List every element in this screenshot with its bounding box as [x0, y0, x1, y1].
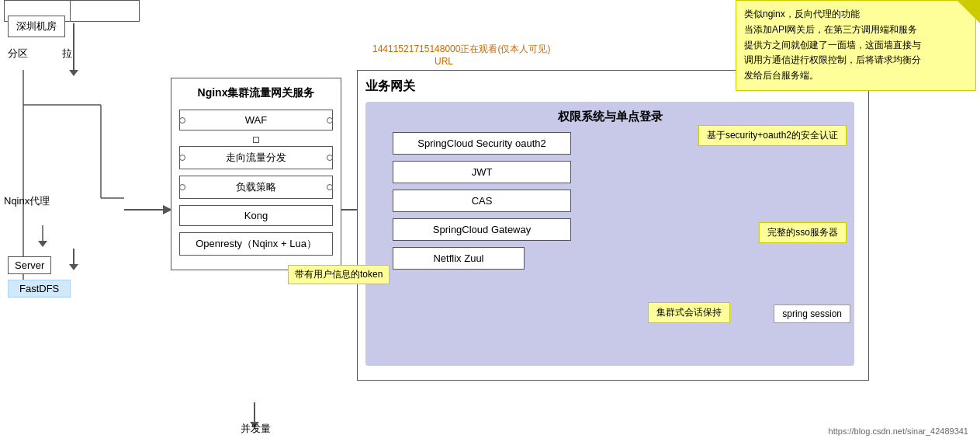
nginx-proxy-label: Nqinx代理: [4, 194, 50, 208]
description-box: 类似nginx，反向代理的功能当添加API网关后，在第三方调用端和服务提供方之间…: [736, 0, 976, 91]
main-container: 深圳机房 分区 拉 Nqinx代理 Server FastDFS Nginx集群…: [0, 0, 980, 442]
concurrency-label: 并发量: [241, 422, 271, 436]
nginx-item-load: 负载策略: [179, 176, 333, 199]
dot-left-waf: [179, 117, 185, 124]
nginx-title: Nginx集群流量网关服务: [179, 86, 333, 100]
auth-item-spring-security: SpringCloud Security oauth2: [393, 132, 571, 155]
auth-section: 权限系统与单点登录 SpringCloud Security oauth2 JW…: [365, 102, 854, 366]
la-label: 拉: [62, 47, 72, 61]
auth-item-gateway: SpringCloud Gateway: [393, 218, 571, 241]
dot-left-traffic: [179, 155, 185, 161]
nginx-item-kong: Kong: [179, 205, 333, 226]
dot-left-load: [179, 184, 185, 190]
nginx-item-traffic: 走向流量分发: [179, 146, 333, 169]
corner-triangle: [957, 0, 980, 23]
dot-right-load: [327, 184, 333, 190]
auth-item-zuul: Netflix Zuul: [393, 247, 525, 270]
nginx-item-openresty: Openresty（Nqinx + Lua）: [179, 232, 333, 256]
dot-connector: [253, 137, 259, 143]
right-section: 14411521715148000正在观看(仅本人可见) URL 业务网关 权限…: [357, 0, 980, 442]
token-label: 带有用户信息的token: [288, 265, 390, 284]
nginx-cluster-box: Nginx集群流量网关服务 WAF 走向流量分发 负载策略 K: [171, 78, 341, 270]
middle-section: Nginx集群流量网关服务 WAF 走向流量分发 负载策略 K: [171, 0, 349, 442]
callout-sso: 完整的sso服务器: [759, 222, 847, 243]
dot-right-traffic: [327, 155, 333, 161]
fastdfs-label: FastDFS: [8, 280, 71, 298]
server-label: Server: [8, 256, 51, 274]
shenzhen-label: 深圳机房: [8, 16, 65, 37]
auth-title: 权限系统与单点登录: [373, 110, 847, 124]
callout-oauth2: 基于security+oauth2的安全认证: [698, 125, 847, 146]
fenqu-label: 分区: [8, 47, 28, 61]
spring-session-label: spring session: [774, 305, 850, 323]
left-section: 深圳机房 分区 拉 Nqinx代理 Server FastDFS: [0, 0, 163, 442]
dot-right-waf: [327, 117, 333, 124]
business-gateway-box: 业务网关 权限系统与单点登录 SpringCloud Security oaut…: [357, 70, 869, 381]
url-text: 14411521715148000正在观看(仅本人可见) URL: [372, 43, 550, 67]
auth-item-jwt: JWT: [393, 161, 571, 183]
nginx-item-waf: WAF: [179, 110, 333, 131]
top-box-2: [70, 0, 140, 22]
cluster-session-label: 集群式会话保持: [648, 302, 730, 323]
auth-item-cas: CAS: [393, 190, 571, 212]
description-text: 类似nginx，反向代理的功能当添加API网关后，在第三方调用端和服务提供方之间…: [744, 9, 921, 81]
bottom-url: https://blog.csdn.net/sinar_42489341: [829, 426, 968, 436]
